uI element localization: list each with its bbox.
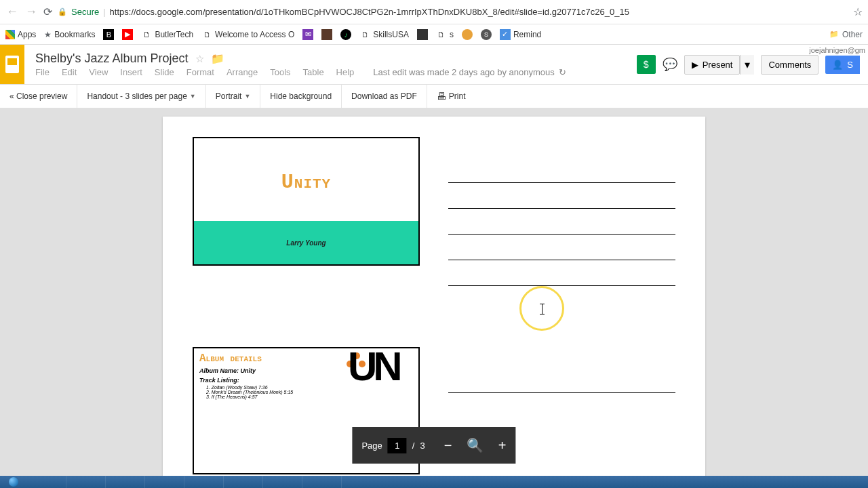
comments-button[interactable]: Comments	[761, 55, 818, 75]
slide1-title: Unity	[194, 171, 418, 194]
remind-icon: ✓	[500, 29, 511, 40]
print-icon: 🖶	[437, 91, 446, 102]
addon-badge[interactable]: $	[637, 55, 656, 74]
present-button[interactable]: ▶ Present	[684, 55, 741, 75]
start-button[interactable]	[0, 476, 27, 488]
taskbar-app[interactable]	[302, 476, 342, 488]
person-icon: 👤	[832, 60, 843, 70]
menu-bar: File Edit View Insert Slide Format Arran…	[35, 67, 637, 77]
chevron-down-icon: ▼	[244, 93, 250, 100]
preview-canvas[interactable]: Unity Larry Young Album details Album Na…	[0, 108, 868, 476]
print-preview-toolbar: « Close preview Handout - 3 slides per p…	[0, 84, 868, 108]
taskbar-app[interactable]	[184, 476, 224, 488]
bookmarks-folder[interactable]: ★Bookmarks	[44, 30, 95, 39]
site-icon	[462, 29, 473, 40]
reload-button[interactable]: ⟳	[43, 5, 52, 18]
apps-grid-icon	[5, 30, 15, 39]
slides-logo[interactable]	[0, 45, 24, 84]
bookmark-app3[interactable]	[462, 29, 473, 40]
other-bookmarks[interactable]: 📁Other	[829, 29, 863, 40]
document-title[interactable]: Shelby's Jazz Album Project	[35, 52, 189, 66]
site-icon	[321, 29, 332, 40]
browser-nav-bar: ← → ⟳ 🔒 Secure | https://docs.google.com…	[0, 0, 868, 24]
bookmark-mail[interactable]: ✉	[302, 29, 313, 40]
back-button[interactable]: ←	[5, 5, 19, 19]
bookmark-app4[interactable]: S	[481, 29, 492, 40]
url-text: https://docs.google.com/presentation/d/1…	[110, 7, 629, 17]
star-document-icon[interactable]: ☆	[195, 53, 204, 65]
apps-button[interactable]: Apps	[5, 30, 36, 39]
secure-label: Secure	[71, 7, 99, 17]
bookmark-butlertech[interactable]: B	[103, 29, 114, 40]
close-preview-button[interactable]: « Close preview	[0, 85, 77, 108]
chevron-down-icon: ▼	[190, 93, 196, 100]
text-cursor	[542, 304, 542, 314]
zoom-in-button[interactable]: +	[489, 427, 516, 464]
star-icon: ★	[44, 30, 52, 39]
bookmark-remind[interactable]: ✓Remind	[500, 29, 541, 40]
present-dropdown[interactable]: ▾	[740, 55, 754, 75]
page-number-input[interactable]	[388, 438, 407, 453]
lock-icon: 🔒	[58, 7, 67, 16]
bookmark-s[interactable]: 🗋s	[436, 29, 454, 40]
page-icon: 🗋	[359, 29, 370, 40]
menu-tools[interactable]: Tools	[270, 67, 290, 77]
bookmarks-bar: Apps ★Bookmarks B ▶ 🗋ButlerTech 🗋Welcome…	[0, 24, 868, 45]
taskbar-app[interactable]	[145, 476, 184, 488]
bookmark-app1[interactable]	[321, 29, 332, 40]
comment-icon[interactable]: 💬	[663, 57, 677, 72]
page-icon: 🗋	[436, 29, 447, 40]
page-control-bar: Page / 3 − 🔍 +	[352, 427, 515, 464]
taskbar-app[interactable]	[66, 476, 106, 488]
menu-slide[interactable]: Slide	[155, 67, 174, 77]
slide1-subtitle: Larry Young	[286, 239, 326, 247]
site-icon	[417, 29, 428, 40]
bookmark-youtube[interactable]: ▶	[122, 29, 133, 40]
taskbar-app[interactable]	[106, 476, 145, 488]
hide-background-button[interactable]: Hide background	[260, 85, 341, 108]
print-button[interactable]: 🖶Print	[427, 85, 475, 108]
bookmark-app2[interactable]	[417, 29, 428, 40]
menu-file[interactable]: File	[35, 67, 50, 77]
bookmark-spotify[interactable]: ♪	[340, 29, 351, 40]
youtube-icon: ▶	[122, 29, 133, 40]
bookmark-skillsusa[interactable]: 🗋SkillsUSA	[359, 29, 409, 40]
last-edit-info[interactable]: Last edit was made 2 days ago by anonymo…	[373, 67, 566, 77]
menu-format[interactable]: Format	[186, 67, 214, 77]
page-total: 3	[420, 441, 425, 451]
site-icon: B	[103, 29, 114, 40]
handout-page: Unity Larry Young Album details Album Na…	[163, 117, 705, 476]
bookmark-star-icon[interactable]: ☆	[853, 5, 863, 18]
menu-insert[interactable]: Insert	[120, 67, 142, 77]
menu-view[interactable]: View	[89, 67, 108, 77]
taskbar-app[interactable]	[263, 476, 302, 488]
menu-arrange[interactable]: Arrange	[226, 67, 258, 77]
handout-dropdown[interactable]: Handout - 3 slides per page▼	[77, 85, 205, 108]
page-icon: 🗋	[201, 29, 212, 40]
menu-help[interactable]: Help	[336, 67, 355, 77]
taskbar-app[interactable]	[224, 476, 263, 488]
windows-taskbar	[0, 476, 868, 488]
share-button[interactable]: 👤 S	[825, 56, 860, 74]
taskbar-app[interactable]	[27, 476, 66, 488]
spotify-icon: ♪	[340, 29, 351, 40]
page-icon: 🗋	[141, 29, 152, 40]
zoom-out-button[interactable]: −	[435, 427, 462, 464]
site-icon: S	[481, 29, 492, 40]
move-folder-icon[interactable]: 📁	[211, 52, 224, 65]
mail-icon: ✉	[302, 29, 313, 40]
orientation-dropdown[interactable]: Portrait▼	[206, 85, 260, 108]
forward-button[interactable]: →	[24, 5, 38, 19]
user-email: joejahnigen@gm	[809, 46, 865, 54]
download-pdf-button[interactable]: Download as PDF	[342, 85, 427, 108]
address-bar[interactable]: 🔒 Secure | https://docs.google.com/prese…	[58, 7, 848, 17]
zoom-fit-button[interactable]: 🔍	[462, 427, 489, 464]
notes-area-1	[448, 137, 675, 286]
menu-edit[interactable]: Edit	[62, 67, 77, 77]
page-label: Page	[361, 441, 382, 451]
bookmark-welcome[interactable]: 🗋Welcome to Access O	[201, 29, 294, 40]
bookmark-butlertech-site[interactable]: 🗋ButlerTech	[141, 29, 193, 40]
slide-thumbnail-1: Unity Larry Young	[193, 137, 420, 266]
history-icon: ↻	[559, 67, 566, 77]
menu-table[interactable]: Table	[303, 67, 324, 77]
